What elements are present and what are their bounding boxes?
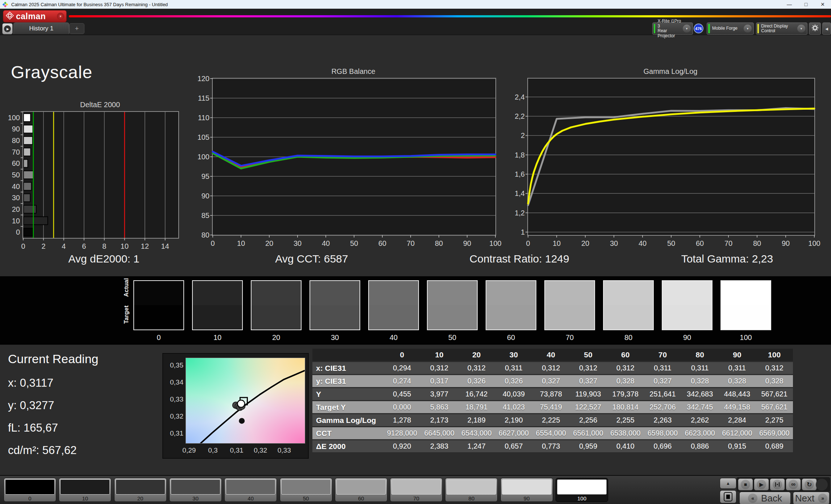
table-row-label: x: CIE31 [312,364,383,373]
table-cell: 251,641 [644,390,681,398]
swatch-box [309,280,360,330]
scroll-up-button[interactable]: ▲ [720,478,736,489]
table-cell: 40,039 [495,390,532,398]
patch-button-70[interactable]: 70 [390,478,442,502]
display-status-accent [757,24,759,33]
cie-x-tick: 0,31 [230,446,244,454]
calman-menu-button[interactable]: calman ▼ [3,10,67,22]
patch-button-90[interactable]: 90 [500,478,553,502]
close-button[interactable]: × [814,0,831,9]
swatch-actual [486,281,536,305]
patch-button-100[interactable]: 100 [556,478,608,502]
patch-swatch [502,479,552,495]
collapse-toolbar-button[interactable]: ◀ [822,22,831,35]
table-cell: 6543,000 [458,429,495,437]
measured-point-dark [239,418,245,424]
patch-button-20[interactable]: 20 [114,478,167,502]
table-cell: 252,706 [644,403,681,411]
table-header-row: 0102030405060708090100 [312,349,793,361]
patch-button-10[interactable]: 10 [59,478,111,502]
cie-y-tick: 0,33 [170,395,183,403]
deltae-bar-0 [24,228,33,236]
swatch-actual [721,281,770,305]
axis-tick-label: 80 [201,231,209,239]
settings-button[interactable] [809,22,821,35]
display-control-dropdown[interactable]: Direct Display Control ▼ [756,22,807,35]
maximize-button[interactable]: □ [798,0,814,9]
axis-tick-label: 1,4 [515,189,525,198]
grayscale-swatch-70: 70 [544,280,595,342]
table-cell: 0,657 [495,442,532,450]
stat-avg-cct: Avg CCT: 6587 [208,253,415,270]
table-cell: 16,742 [458,390,495,398]
table-cell: 1,247 [458,442,495,450]
table-cell: 567,621 [756,390,793,398]
add-tab-button[interactable]: + [69,23,84,34]
cie-plot-svg [186,358,305,443]
next-button-label: Next [795,493,814,504]
table-cell: 0,328 [719,377,756,385]
swatch-label: 60 [486,333,536,342]
meter-dropdown[interactable]: X-Rite i1Pro 3 Rear Projector ▼ [652,22,693,35]
table-cell: 2,255 [607,416,644,424]
table-row-y-cie31: y: CIE310,2740,3170,3260,3260,3270,3270,… [312,375,793,387]
table-cell: 5,863 [421,403,458,411]
play-button[interactable]: ▶ [754,478,769,491]
pattern-source-dropdown[interactable]: Mobile Forge ▼ [707,22,754,35]
patch-button-40[interactable]: 40 [224,478,277,502]
refresh-button[interactable]: ↻ [802,478,817,491]
table-cell: 0,294 [383,364,421,372]
history-panel-toggle[interactable]: ▶ [2,23,13,34]
meter-count-badge[interactable]: 476 [694,24,703,33]
pattern-window-button[interactable] [720,490,736,503]
play-icon: ▶ [757,480,766,489]
table-row-x-cie31: x: CIE310,2940,3120,3120,3110,3120,3120,… [312,362,793,374]
axis-tick-label: 30 [12,194,20,202]
table-column-header: 60 [607,350,644,359]
axis-tick-label: 95 [201,172,209,181]
patch-button-30[interactable]: 30 [169,478,222,502]
back-button[interactable]: « Back [739,492,791,504]
table-cell: 0,311 [644,364,681,372]
pattern-size-button[interactable] [770,478,785,491]
source-name: Mobile Forge [712,26,737,31]
table-cell: 0,312 [756,364,793,372]
table-column-header: 90 [719,350,756,359]
deltae-bar-70 [24,148,30,156]
table-cell: 0,000 [383,403,421,411]
next-button[interactable]: Next » [793,492,830,504]
axis-tick-label: 60 [12,159,20,168]
deltae-bar-20 [24,205,36,213]
patch-button-60[interactable]: 60 [335,478,387,502]
axis-tick-label: 90 [201,192,209,200]
swatch-box [662,280,712,330]
table-cell: 0,311 [719,364,756,372]
swatch-box [251,280,302,330]
continuous-measure-button[interactable]: ∞ [786,478,801,491]
axis-tick-label: 1,8 [515,151,525,159]
axis-tick-label: 0 [526,239,530,248]
axis-tick-label: 14 [161,242,169,251]
patch-button-80[interactable]: 80 [445,478,498,502]
stop-button[interactable]: ■ [738,478,753,491]
swatch-label: 10 [192,333,243,342]
tab-history-1[interactable]: History 1 [13,22,69,34]
axis-tick-label: 90 [463,239,471,248]
axis-tick-label: 50 [667,239,675,248]
minimize-button[interactable]: — [781,0,798,9]
table-cell: 0,311 [495,364,532,372]
pattern-size-icon [773,480,782,489]
calman-logo-text: calman [16,12,46,21]
arrow-right-icon: ▶ [4,25,11,32]
swatch-label: 90 [662,333,712,342]
patch-button-50[interactable]: 50 [280,478,332,502]
refresh-icon: ↻ [805,480,814,489]
rgb-chart-title: RGB Balance [212,67,495,76]
patch-button-0[interactable]: 0 [4,478,56,502]
axis-tick-label: 10 [237,239,245,248]
grayscale-swatch-40: 40 [368,280,419,342]
grayscale-swatch-50: 50 [427,280,478,342]
rgb-balance-chart: 1201151101051009590858001020304050607080… [212,78,496,236]
table-row-label: Y [312,390,383,399]
axis-tick-label: 1,6 [515,170,525,178]
